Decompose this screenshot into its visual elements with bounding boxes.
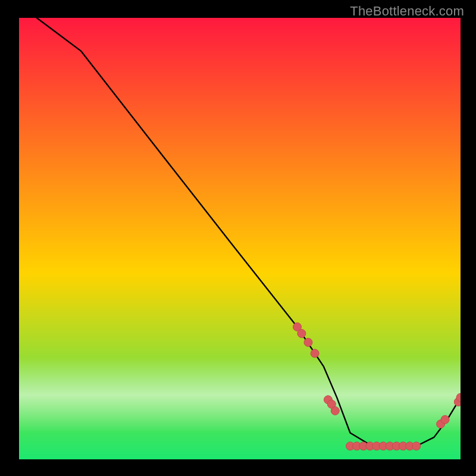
curve-layer — [19, 18, 461, 459]
data-point-marker — [311, 349, 319, 358]
watermark-text: TheBottleneck.com — [350, 4, 464, 19]
data-point-marker — [304, 338, 312, 346]
chart-frame: TheBottleneck.com — [0, 0, 476, 476]
data-point-marker — [441, 415, 449, 424]
bottleneck-curve — [37, 18, 461, 446]
plot-area — [19, 18, 461, 459]
data-point-marker — [331, 406, 339, 415]
data-point-marker — [298, 330, 306, 338]
data-point-marker — [412, 442, 421, 450]
